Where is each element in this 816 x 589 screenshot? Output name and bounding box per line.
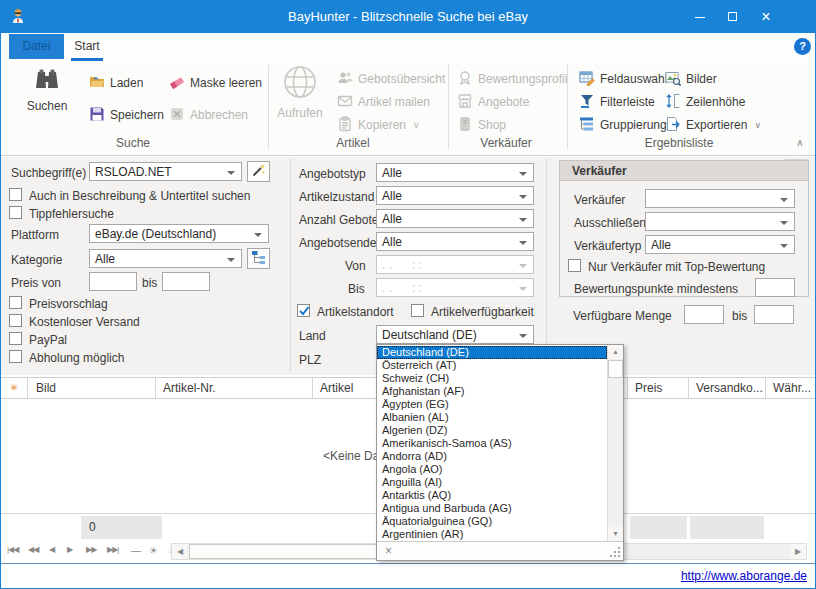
dropdown-scrollbar-thumb[interactable]	[608, 360, 623, 378]
menge-bis-label: bis	[732, 309, 747, 323]
ribbon-collapse-icon[interactable]: ∧	[792, 135, 808, 151]
column-header-versandkosten[interactable]: Versandko...	[689, 378, 766, 398]
help-icon[interactable]: ?	[794, 38, 811, 55]
ribbon-tab-row: Datei Start ?	[1, 33, 815, 61]
paypal-checkbox[interactable]	[9, 332, 22, 345]
angebotsende-label: Angebotsende	[299, 236, 376, 250]
dropdown-scrollbar[interactable]: ▲ ▼	[607, 345, 623, 541]
bewertungspunkte-input[interactable]	[755, 278, 795, 297]
laden-label: Laden	[110, 76, 143, 90]
top-bewertung-checkbox[interactable]	[568, 259, 581, 272]
artikelverfuegbarkeit-checkbox[interactable]	[411, 304, 424, 317]
nav-last-icon[interactable]: ▶▶|	[107, 545, 118, 554]
dropdown-option[interactable]: Afghanistan (AF)	[377, 385, 607, 398]
kategorie-label: Kategorie	[11, 253, 62, 267]
suchbegriff-combobox[interactable]: RSLOAD.NET	[89, 162, 242, 181]
kategorie-tree-button[interactable]	[247, 248, 270, 269]
nav-delete-icon[interactable]: —	[131, 545, 140, 556]
gruppierung-button[interactable]: Gruppierung	[579, 115, 667, 135]
angebotsende-combobox[interactable]: Alle	[376, 232, 534, 251]
scroll-left-button[interactable]: ◀	[172, 544, 188, 559]
column-header-waehrung[interactable]: Währ...	[766, 378, 815, 398]
menge-von-input[interactable]	[684, 305, 724, 324]
wand-button[interactable]	[247, 161, 270, 182]
dropdown-option[interactable]: Algerien (DZ)	[377, 424, 607, 437]
shop-bag-icon	[457, 116, 473, 135]
dropdown-option[interactable]: Andorra (AD)	[377, 450, 607, 463]
dropdown-option[interactable]: Argentinien (AR)	[377, 528, 607, 541]
dropdown-option[interactable]: Angola (AO)	[377, 463, 607, 476]
verkaeufer-panel: Verkäufer Verkäufer Ausschließen Verkäuf…	[559, 160, 809, 297]
tab-start[interactable]: Start	[71, 34, 103, 59]
artikelzustand-combobox[interactable]: Alle	[376, 186, 534, 205]
suchen-button[interactable]: Suchen	[17, 65, 77, 113]
plattform-combobox[interactable]: eBay.de (Deutschland)	[89, 224, 269, 243]
nav-first-icon[interactable]: |◀◀	[7, 545, 18, 554]
minimize-button[interactable]	[683, 1, 717, 33]
nav-next-page-icon[interactable]: ▶▶	[86, 545, 96, 554]
preis-von-input[interactable]	[89, 272, 137, 291]
store-icon	[457, 93, 473, 112]
mail-icon	[337, 93, 353, 112]
nav-prev-page-icon[interactable]: ◀◀	[28, 545, 38, 554]
dropdown-option[interactable]: Antarktis (AQ)	[377, 489, 607, 502]
dropdown-option[interactable]: Österreich (AT)	[377, 359, 607, 372]
aborange-link[interactable]: http://www.aborange.de	[681, 569, 807, 583]
scroll-right-button[interactable]: ▶	[790, 544, 806, 559]
ausschliessen-combobox[interactable]	[645, 212, 795, 231]
feldauswahl-button[interactable]: Feldauswahl	[579, 69, 667, 89]
exportieren-label: Exportieren	[686, 118, 747, 132]
verkaeufer-combobox[interactable]	[645, 189, 795, 208]
laden-button[interactable]: Laden	[89, 73, 143, 93]
search-form: Suchbegriff(e) RSLOAD.NET Auch in Beschr…	[1, 157, 815, 375]
kostenloser-versand-checkbox[interactable]	[9, 314, 22, 327]
kopieren-label: Kopieren	[358, 118, 406, 132]
exportieren-button[interactable]: Exportieren ∨	[665, 115, 761, 135]
dropdown-option[interactable]: Ägypten (EG)	[377, 398, 607, 411]
dropdown-option[interactable]: Amerikanisch-Samoa (AS)	[377, 437, 607, 450]
angebotstyp-combobox[interactable]: Alle	[376, 163, 534, 182]
abholung-checkbox[interactable]	[9, 350, 22, 363]
preis-bis-input[interactable]	[162, 272, 210, 291]
column-header-bild[interactable]: Bild	[29, 378, 156, 398]
dropdown-option[interactable]: Äquatorialguinea (GQ)	[377, 515, 607, 528]
maske-leeren-button[interactable]: Maske leeren	[169, 73, 262, 93]
kategorie-combobox[interactable]: Alle	[89, 249, 242, 268]
form-separator	[546, 159, 547, 371]
menge-bis-input[interactable]	[754, 305, 794, 324]
anzahl-gebote-combobox[interactable]: Alle	[376, 209, 534, 228]
clear-icon[interactable]: ×	[385, 544, 392, 558]
dropdown-option[interactable]: Albanien (AL)	[377, 411, 607, 424]
close-button[interactable]: ×	[749, 1, 783, 33]
artikelstandort-checkbox[interactable]	[297, 304, 310, 317]
dropdown-option-selected[interactable]: Deutschland (DE)	[377, 346, 607, 359]
resize-grip[interactable]	[611, 548, 620, 557]
tab-datei[interactable]: Datei	[9, 34, 64, 59]
dropdown-option[interactable]: Antigua und Barbuda (AG)	[377, 502, 607, 515]
tippfehler-checkbox[interactable]	[9, 206, 22, 219]
dropdown-option[interactable]: Schweiz (CH)	[377, 372, 607, 385]
nav-next-icon[interactable]: ▶	[67, 545, 72, 554]
dropdown-option[interactable]: Anguilla (AI)	[377, 476, 607, 489]
zeilenhoehe-label: Zeilenhöhe	[686, 95, 745, 109]
column-header-artikel-nr[interactable]: Artikel-Nr.	[156, 378, 313, 398]
preisvorschlag-checkbox[interactable]	[9, 296, 22, 309]
column-header-preis[interactable]: Preis	[628, 378, 689, 398]
nav-refresh-icon[interactable]: ☀	[149, 545, 157, 556]
filterleiste-button[interactable]: Filterleiste	[579, 92, 655, 112]
beschreibung-checkbox[interactable]	[9, 188, 22, 201]
zeilenhoehe-button[interactable]: Zeilenhöhe	[665, 92, 745, 112]
verfuegbare-menge-label: Verfügbare Menge	[573, 309, 672, 323]
scroll-up-button[interactable]: ▲	[608, 345, 623, 359]
maximize-button[interactable]	[716, 1, 750, 33]
eraser-icon	[169, 74, 185, 93]
nav-prev-icon[interactable]: ◀	[49, 545, 54, 554]
beschreibung-checkbox-label: Auch in Beschreibung & Untertitel suchen	[29, 189, 250, 203]
speichern-button[interactable]: Speichern	[89, 105, 164, 125]
scroll-down-button[interactable]: ▼	[608, 527, 623, 541]
verkaeufertyp-combobox[interactable]: Alle	[645, 235, 795, 254]
angebote-button: Angebote	[457, 92, 529, 112]
magic-wand-icon	[251, 163, 266, 181]
land-combobox[interactable]: Deutschland (DE)	[376, 325, 534, 344]
bilder-button[interactable]: Bilder	[665, 69, 717, 89]
